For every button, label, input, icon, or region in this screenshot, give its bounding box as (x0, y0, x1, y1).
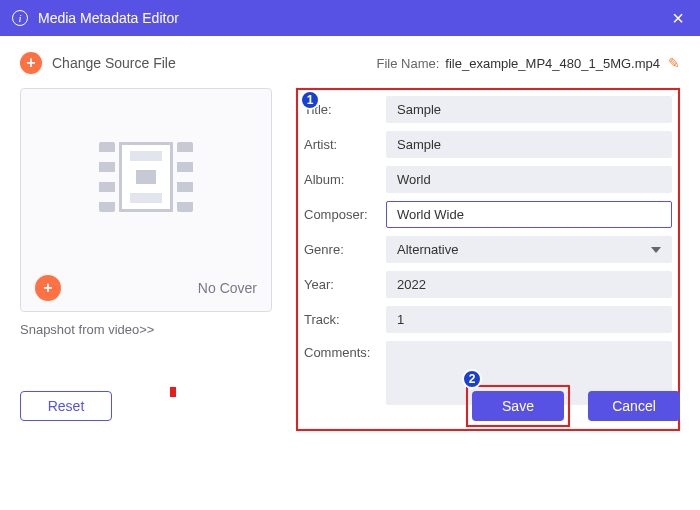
comments-label: Comments: (304, 341, 386, 360)
file-name-value: file_example_MP4_480_1_5MG.mp4 (445, 56, 660, 71)
annotation-badge-1: 1 (300, 90, 320, 110)
footer: Reset 2 Save Cancel (20, 385, 680, 427)
film-icon (103, 142, 189, 212)
no-cover-label: No Cover (198, 280, 257, 296)
track-label: Track: (304, 312, 386, 327)
cover-box: + No Cover (20, 88, 272, 312)
edit-filename-icon[interactable]: ✎ (668, 55, 680, 71)
close-icon[interactable]: × (668, 7, 688, 30)
titlebar: i Media Metadata Editor × (0, 0, 700, 36)
save-annotation-box: 2 Save (466, 385, 570, 427)
change-source-button[interactable]: Change Source File (52, 55, 176, 71)
file-name-label: File Name: (377, 56, 440, 71)
metadata-form: Title: Artist: Album: Composer: Genre: (296, 88, 680, 431)
composer-input[interactable] (386, 201, 672, 228)
annotation-badge-2: 2 (462, 369, 482, 389)
artist-label: Artist: (304, 137, 386, 152)
chevron-down-icon (651, 247, 661, 253)
composer-label: Composer: (304, 207, 386, 222)
genre-label: Genre: (304, 242, 386, 257)
year-input[interactable] (386, 271, 672, 298)
info-icon: i (12, 10, 28, 26)
album-label: Album: (304, 172, 386, 187)
cancel-button[interactable]: Cancel (588, 391, 680, 421)
add-cover-button[interactable]: + (35, 275, 61, 301)
genre-value: Alternative (397, 242, 458, 257)
change-source-plus-icon[interactable]: + (20, 52, 42, 74)
album-input[interactable] (386, 166, 672, 193)
top-row: + Change Source File File Name: file_exa… (20, 52, 680, 74)
cover-panel: + No Cover Snapshot from video>> (20, 88, 272, 431)
genre-select[interactable]: Alternative (386, 236, 672, 263)
window-title: Media Metadata Editor (38, 10, 668, 26)
content: + Change Source File File Name: file_exa… (0, 36, 700, 443)
snapshot-from-video-link[interactable]: Snapshot from video>> (20, 322, 272, 337)
save-button[interactable]: Save (472, 391, 564, 421)
artist-input[interactable] (386, 131, 672, 158)
title-input[interactable] (386, 96, 672, 123)
track-input[interactable] (386, 306, 672, 333)
year-label: Year: (304, 277, 386, 292)
reset-button[interactable]: Reset (20, 391, 112, 421)
